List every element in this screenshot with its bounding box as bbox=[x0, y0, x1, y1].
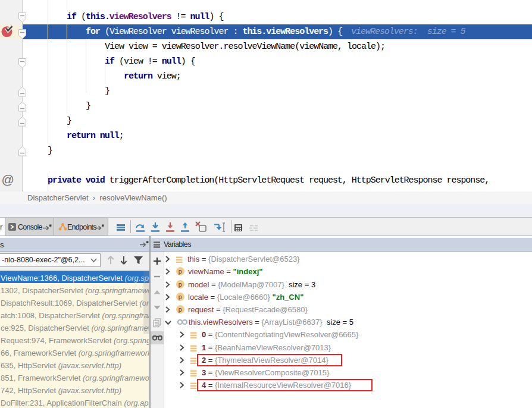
svg-text:@: @ bbox=[2, 172, 14, 186]
svg-text:p: p bbox=[179, 281, 182, 288]
svg-text:p: p bbox=[179, 306, 182, 313]
svg-text:p: p bbox=[179, 268, 182, 275]
svg-text:p: p bbox=[179, 293, 182, 300]
